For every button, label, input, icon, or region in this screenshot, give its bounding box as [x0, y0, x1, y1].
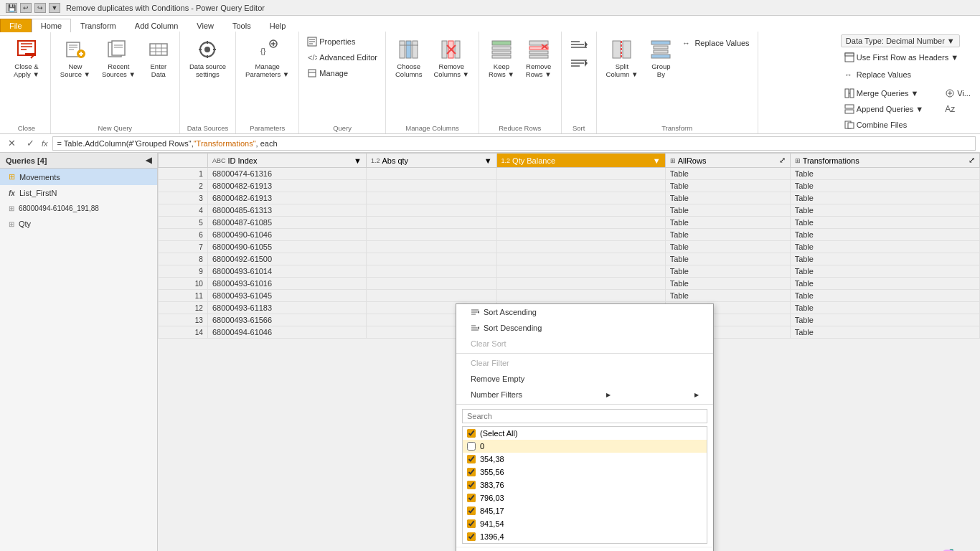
col-header-id-index[interactable]: ABC ID Index ▼ — [207, 154, 366, 168]
tab-view[interactable]: View — [187, 19, 223, 32]
close-apply-button[interactable]: Close &Apply ▼ — [7, 34, 46, 83]
data-source-settings-button[interactable]: Data sourcesettings — [184, 34, 231, 83]
qty-balance-filter-icon[interactable]: ▼ — [653, 156, 661, 165]
keep-rows-button[interactable]: KeepRows ▼ — [484, 34, 519, 83]
sidebar-item-movements[interactable]: ⊞ Movements — [0, 169, 157, 185]
cell-id-index: 68000493-61566 — [207, 314, 366, 326]
item-796-checkbox[interactable] — [467, 494, 476, 502]
ribbon-group-close: Close &Apply ▼ Close — [3, 32, 51, 133]
sidebar-item-list-firstn[interactable]: fx List_FirstN — [0, 185, 157, 201]
properties-button[interactable]: Properties — [303, 34, 381, 49]
number-filters-item[interactable]: Number Filters ▶ — [456, 387, 713, 402]
recent-sources-button[interactable]: RecentSources ▼ — [97, 34, 141, 83]
save-icon[interactable]: 💾 — [6, 3, 17, 13]
combine-files-button[interactable]: Combine Files — [841, 118, 927, 132]
svg-rect-50 — [492, 51, 511, 54]
col-header-qty-balance[interactable]: 1.2 Qty Balance ▼ — [496, 154, 665, 168]
allrows-expand-icon[interactable]: ⤢ — [779, 156, 786, 165]
filter-item-354[interactable]: 354,38 — [463, 453, 707, 466]
sidebar-collapse-icon[interactable]: ◀ — [146, 156, 151, 165]
item-0-checkbox[interactable] — [467, 442, 476, 451]
undo-icon[interactable]: ↩ — [20, 3, 32, 13]
tab-home[interactable]: Home — [32, 19, 71, 32]
cell-transformations: Table — [790, 204, 979, 217]
group-by-button[interactable]: GroupBy — [644, 34, 677, 83]
filter-item-1396[interactable]: 1396,4 — [463, 530, 707, 543]
ribbon-group-manage-columns: ChooseColumns RemoveColumns ▼ Manage Col… — [386, 32, 479, 133]
redo-icon[interactable]: ↪ — [34, 3, 46, 13]
group-by-icon — [649, 38, 672, 61]
item-941-checkbox[interactable] — [467, 519, 476, 528]
cell-qty-balance — [496, 229, 665, 241]
sort-desc-button[interactable] — [566, 55, 592, 72]
transformations-expand-icon[interactable]: ⤢ — [969, 156, 975, 165]
data-type-button[interactable]: Data Type: Decimal Number ▼ — [841, 34, 960, 47]
filter-select-all[interactable]: (Select All) — [463, 427, 707, 440]
new-source-button[interactable]: NewSource ▼ — [55, 34, 95, 83]
sort-asc-button[interactable] — [566, 36, 592, 53]
ribbon-group-reduce-rows: KeepRows ▼ RemoveRows ▼ Reduce Rows — [479, 32, 562, 133]
id-index-filter-icon[interactable]: ▼ — [354, 156, 362, 165]
az-button[interactable]: Az — [941, 102, 974, 116]
enter-data-button[interactable]: EnterData — [142, 34, 175, 83]
row-num: 12 — [159, 302, 208, 314]
remove-rows-icon — [527, 38, 550, 61]
split-column-button[interactable]: SplitColumn ▼ — [601, 34, 644, 83]
cell-id-index: 68000490-61055 — [207, 241, 366, 253]
svg-rect-52 — [529, 41, 548, 45]
remove-columns-button[interactable]: RemoveColumns ▼ — [428, 34, 474, 83]
svg-marker-90 — [477, 311, 479, 314]
advanced-editor-button[interactable]: </> Advanced Editor — [303, 50, 381, 65]
choose-columns-button[interactable]: ChooseColumns — [390, 34, 428, 83]
append-queries-label: Append Queries — [857, 105, 914, 113]
ribbon: Close &Apply ▼ Close Ne — [0, 32, 980, 134]
sort-descending-item[interactable]: Sort Descending — [456, 320, 713, 336]
item-845-checkbox[interactable] — [467, 507, 476, 515]
advanced-editor-label: Advanced Editor — [319, 53, 377, 62]
formula-text2: , each — [256, 139, 278, 148]
append-queries-button[interactable]: Append Queries ▼ — [841, 102, 927, 116]
qty-balance-label: Qty Balance — [512, 156, 555, 165]
replace-values-button[interactable]: ↔ Replace Values — [679, 36, 753, 50]
sidebar-header: Queries [4] ◀ — [0, 153, 157, 169]
tab-help[interactable]: Help — [260, 19, 296, 32]
remove-empty-item[interactable]: Remove Empty — [456, 371, 713, 387]
remove-rows-button[interactable]: RemoveRows ▼ — [521, 34, 557, 83]
vis-button[interactable]: Vi... — [941, 86, 974, 100]
manage-parameters-button[interactable]: {} ManageParameters ▼ — [240, 34, 294, 83]
filter-item-383[interactable]: 383,76 — [463, 479, 707, 491]
filter-item-941[interactable]: 941,54 — [463, 517, 707, 530]
svg-rect-54 — [529, 51, 548, 54]
col-header-abs-qty[interactable]: 1.2 Abs qty ▼ — [366, 154, 496, 168]
item-383-checkbox[interactable] — [467, 481, 476, 489]
tab-file[interactable]: File — [0, 19, 32, 32]
data-type-label: Data Type: Decimal Number — [846, 37, 945, 45]
filter-search-input[interactable] — [462, 409, 707, 423]
filter-item-0[interactable]: 0 — [463, 440, 707, 453]
manage-button[interactable]: Manage — [303, 66, 381, 80]
col-header-transformations[interactable]: ⊞ Transformations ⤢ — [790, 154, 979, 168]
tab-tools[interactable]: Tools — [223, 19, 260, 32]
item-354-checkbox[interactable] — [467, 455, 476, 463]
cancel-formula-button[interactable]: ✕ — [4, 136, 19, 151]
select-all-checkbox[interactable] — [467, 429, 476, 438]
filter-item-845[interactable]: 845,17 — [463, 504, 707, 517]
cell-allrows: Table — [665, 290, 790, 302]
sidebar-item-grouped-entry[interactable]: ⊞ 68000494-61046_191,88 — [0, 201, 157, 216]
abs-qty-filter-icon[interactable]: ▼ — [484, 156, 492, 165]
replace-values-right-button[interactable]: ↔ Replace Values — [841, 67, 915, 82]
filter-item-355[interactable]: 355,56 — [463, 466, 707, 479]
use-first-row-button[interactable]: Use First Row as Headers ▼ — [841, 50, 962, 65]
sidebar-item-qty[interactable]: ⊞ Qty — [0, 216, 157, 232]
sort-ascending-item[interactable]: Sort Ascending — [456, 304, 713, 320]
merge-queries-button[interactable]: Merge Queries ▼ — [841, 86, 927, 100]
filter-item-796[interactable]: 796,03 — [463, 491, 707, 504]
confirm-formula-button[interactable]: ✓ — [23, 136, 37, 151]
tab-add-column[interactable]: Add Column — [126, 19, 188, 32]
item-355-checkbox[interactable] — [467, 468, 476, 476]
cell-id-index: 68000474-61316 — [207, 168, 366, 180]
dropdown-icon[interactable]: ▼ — [49, 3, 60, 13]
col-header-allrows[interactable]: ⊞ AllRows ⤢ — [665, 154, 790, 168]
item-1396-checkbox[interactable] — [467, 532, 476, 541]
tab-transform[interactable]: Transform — [71, 19, 126, 32]
